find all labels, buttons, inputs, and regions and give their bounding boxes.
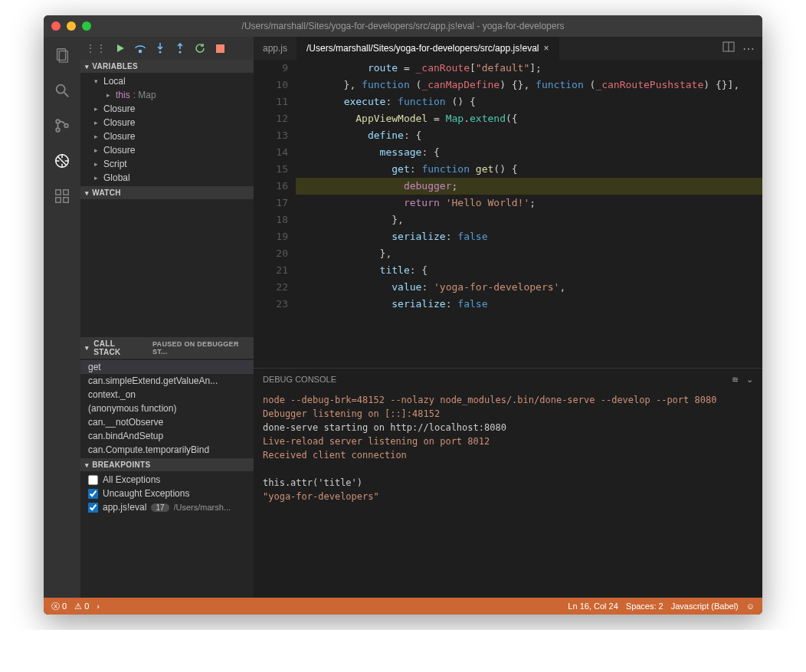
close-tab-icon[interactable]: × bbox=[543, 43, 549, 54]
step-over-button[interactable] bbox=[134, 42, 146, 54]
code-line[interactable]: get: function get() { bbox=[296, 161, 762, 178]
step-out-button[interactable] bbox=[174, 42, 186, 54]
scope-row[interactable]: ▾Local bbox=[80, 74, 254, 88]
line-number[interactable]: 20 bbox=[254, 245, 288, 262]
breadcrumb-indicator[interactable]: › bbox=[97, 602, 100, 611]
stackframe-row[interactable]: context._on bbox=[80, 388, 254, 402]
line-number[interactable]: 12 bbox=[254, 110, 288, 127]
line-number[interactable]: 10 bbox=[254, 77, 288, 93]
editor-tab[interactable]: app.js bbox=[254, 37, 297, 60]
svg-marker-17 bbox=[117, 44, 124, 52]
chevron-right-icon: ▸ bbox=[94, 105, 100, 113]
stackframe-row[interactable]: can.__notObserve bbox=[80, 415, 254, 429]
watch-header[interactable]: ▾WATCH bbox=[80, 186, 254, 199]
svg-point-4 bbox=[56, 120, 60, 123]
language-mode[interactable]: Javascript (Babel) bbox=[671, 602, 739, 611]
code-line[interactable]: }, bbox=[296, 211, 762, 228]
code-line[interactable]: route = _canRoute["default"]; bbox=[296, 60, 762, 77]
variable-row[interactable]: ▸this: Map bbox=[80, 88, 254, 102]
editor-area: app.js/Users/marshall/Sites/yoga-for-dev… bbox=[254, 37, 762, 598]
line-number[interactable]: 9 bbox=[254, 60, 288, 77]
line-number[interactable]: 22 bbox=[254, 279, 288, 296]
checkbox-all-exceptions[interactable] bbox=[88, 475, 98, 485]
stackframe-row[interactable]: (anonymous function) bbox=[80, 402, 254, 415]
stackframe-row[interactable]: can.bindAndSetup bbox=[80, 429, 254, 443]
indentation[interactable]: Spaces: 2 bbox=[626, 602, 663, 611]
line-number[interactable]: 11 bbox=[254, 93, 288, 110]
code-line[interactable]: title: { bbox=[296, 262, 762, 279]
split-editor-icon[interactable] bbox=[722, 41, 735, 55]
debug-console-body[interactable]: node --debug-brk=48152 --nolazy node_mod… bbox=[254, 390, 762, 598]
editor-tab[interactable]: /Users/marshall/Sites/yoga-for-developer… bbox=[297, 37, 559, 60]
chevron-down-icon: ▾ bbox=[85, 63, 89, 70]
svg-point-5 bbox=[56, 128, 60, 132]
line-number[interactable]: 23 bbox=[254, 296, 288, 313]
activity-bar bbox=[44, 37, 80, 598]
explorer-icon[interactable] bbox=[51, 44, 73, 66]
code-line[interactable]: define: { bbox=[296, 127, 762, 144]
variables-header[interactable]: ▾VARIABLES bbox=[80, 60, 254, 73]
debug-icon[interactable] bbox=[51, 150, 73, 172]
svg-point-2 bbox=[57, 85, 65, 93]
minimize-window-button[interactable] bbox=[67, 21, 76, 31]
line-number[interactable]: 14 bbox=[254, 144, 288, 161]
code-line[interactable]: value: 'yoga-for-developers', bbox=[296, 279, 762, 296]
clear-console-icon[interactable]: ≋ bbox=[732, 375, 739, 385]
code-line[interactable]: message: { bbox=[296, 144, 762, 161]
feedback-icon[interactable]: ☺ bbox=[746, 602, 755, 611]
chevron-right-icon: ▸ bbox=[94, 133, 100, 140]
line-number[interactable]: 16 bbox=[254, 178, 288, 195]
restart-button[interactable] bbox=[194, 42, 206, 54]
stackframe-row[interactable]: get bbox=[80, 360, 254, 374]
extensions-icon[interactable] bbox=[51, 185, 73, 207]
line-number[interactable]: 21 bbox=[254, 262, 288, 279]
code-content[interactable]: route = _canRoute["default"]; }, functio… bbox=[296, 60, 762, 368]
console-line bbox=[263, 462, 753, 476]
line-number[interactable]: 18 bbox=[254, 211, 288, 228]
line-number[interactable]: 15 bbox=[254, 161, 288, 178]
search-icon[interactable] bbox=[51, 80, 73, 101]
scope-row[interactable]: ▸Closure bbox=[80, 116, 254, 129]
stop-button[interactable] bbox=[214, 42, 226, 54]
chevron-down-icon[interactable]: ⌄ bbox=[746, 375, 753, 385]
code-line[interactable]: AppViewModel = Map.extend({ bbox=[296, 110, 762, 127]
scope-row[interactable]: ▸Closure bbox=[80, 143, 254, 157]
code-line[interactable]: }, function (_canMapDefine) {}, function… bbox=[296, 77, 762, 93]
scope-row[interactable]: ▸Closure bbox=[80, 129, 254, 143]
cursor-position[interactable]: Ln 16, Col 24 bbox=[568, 602, 618, 611]
line-number[interactable]: 13 bbox=[254, 127, 288, 144]
console-line: Live-reload server listening on port 801… bbox=[263, 434, 753, 448]
scope-row[interactable]: ▸Script bbox=[80, 157, 254, 171]
breakpoints-header[interactable]: ▾BREAKPOINTS bbox=[80, 458, 254, 471]
code-line[interactable]: serialize: false bbox=[296, 296, 762, 313]
checkbox-uncaught-exceptions[interactable] bbox=[88, 489, 98, 499]
close-window-button[interactable] bbox=[51, 21, 61, 31]
titlebar: /Users/marshall/Sites/yoga-for-developer… bbox=[44, 15, 762, 37]
stackframe-row[interactable]: can.simpleExtend.getValueAn... bbox=[80, 374, 254, 388]
drag-handle-icon[interactable]: ⋮⋮ bbox=[85, 42, 106, 54]
line-number[interactable]: 17 bbox=[254, 195, 288, 211]
code-line[interactable]: }, bbox=[296, 245, 762, 262]
checkbox-breakpoint-item[interactable] bbox=[88, 503, 98, 513]
more-icon[interactable]: ⋯ bbox=[742, 41, 755, 56]
source-control-icon[interactable] bbox=[51, 115, 73, 136]
line-number[interactable]: 19 bbox=[254, 228, 288, 245]
scope-row[interactable]: ▸Global bbox=[80, 171, 254, 185]
errors-indicator[interactable]: ⓧ 0 bbox=[51, 601, 67, 612]
continue-button[interactable] bbox=[114, 42, 126, 54]
code-line[interactable]: return 'Hello World!'; bbox=[296, 195, 762, 211]
warnings-indicator[interactable]: ⚠ 0 bbox=[74, 602, 89, 611]
callstack-header[interactable]: ▾CALL STACK PAUSED ON DEBUGGER ST... bbox=[80, 337, 254, 359]
chevron-down-icon: ▾ bbox=[85, 461, 89, 469]
step-into-button[interactable] bbox=[154, 42, 166, 54]
zoom-window-button[interactable] bbox=[82, 21, 91, 31]
code-line[interactable]: execute: function () { bbox=[296, 93, 762, 110]
console-line: Received client connection bbox=[263, 448, 753, 462]
scope-row[interactable]: ▸Closure bbox=[80, 102, 254, 116]
code-editor[interactable]: 91011121314151617181920212223 route = _c… bbox=[254, 60, 762, 368]
code-line[interactable]: serialize: false bbox=[296, 228, 762, 245]
debug-toolbar: ⋮⋮ bbox=[80, 37, 254, 60]
stackframe-row[interactable]: can.Compute.temporarilyBind bbox=[80, 443, 254, 457]
statusbar: ⓧ 0 ⚠ 0 › Ln 16, Col 24 Spaces: 2 Javasc… bbox=[44, 598, 762, 615]
code-line[interactable]: debugger; bbox=[296, 178, 762, 195]
